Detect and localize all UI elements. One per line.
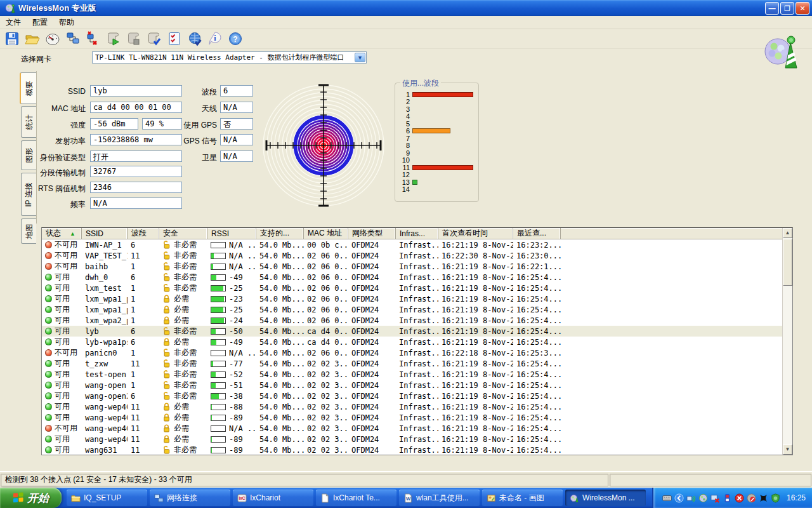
column-header-mac[interactable]: MAC 地址 <box>304 228 348 239</box>
web-globe-toolbar-button[interactable] <box>185 30 204 48</box>
log-verify-toolbar-button[interactable] <box>145 30 163 48</box>
cell-last-seen: 16:25:4... <box>513 326 561 337</box>
green-shield-tray-icon[interactable] <box>771 493 781 503</box>
chevron-left-tray-icon[interactable] <box>674 493 684 503</box>
scrollbar-thumb[interactable] <box>783 239 792 286</box>
freq-field[interactable]: N/A <box>90 197 182 209</box>
table-row[interactable]: 可用test-open1非必需-5254.0 Mb...02 02 3...OF… <box>42 369 782 380</box>
table-row[interactable]: 可用wang-open1非必需-5154.0 Mb...02 02 3...OF… <box>42 380 782 391</box>
log-start-toolbar-button[interactable] <box>104 30 122 48</box>
menu-help[interactable]: 帮助 <box>53 16 80 29</box>
taskbar-task--[interactable]: 网络连接 <box>150 490 230 506</box>
start-button[interactable]: 开始 <box>0 488 62 508</box>
cell-first-seen: 16:21:19 8-Nov-2010 <box>438 380 513 391</box>
cell-first-seen: 16:21:19 8-Nov-2010 <box>438 283 513 293</box>
table-row[interactable]: 不可用IWN-AP_16非必需N/A ...54.0 Mb...00 0b c.… <box>42 239 782 250</box>
gauge-toolbar-button[interactable] <box>43 30 62 48</box>
table-row[interactable]: 可用wang-wep40-211必需-8954.0 Mb...02 02 3..… <box>42 412 782 423</box>
column-header-channel[interactable]: 波段 <box>128 228 159 239</box>
strength-dbm-field[interactable]: -56 dBm <box>90 118 138 130</box>
scroll-up-button[interactable]: ▲ <box>783 228 792 238</box>
rssi-bar <box>211 425 226 432</box>
cell-status: 不可用 <box>42 239 82 250</box>
menu-config[interactable]: 配置 <box>27 16 53 29</box>
table-row[interactable]: 可用t_zxw11非必需-7754.0 Mb...02 02 3...OFDM2… <box>42 358 782 369</box>
open-folder-toolbar-button[interactable] <box>23 30 41 48</box>
column-header-rssi[interactable]: RSSI <box>207 228 256 239</box>
save-toolbar-button[interactable] <box>3 30 21 48</box>
blocked-ball-tray-icon[interactable] <box>747 493 757 503</box>
column-header-first-seen[interactable]: 首次查看时间 <box>438 228 513 239</box>
rts-field[interactable]: 2346 <box>90 182 182 193</box>
table-row[interactable]: 可用lxm_wpa1_p...1必需-2354.0 Mb...02 06 0..… <box>42 293 782 304</box>
monitor-signal-tray-icon[interactable] <box>686 493 697 503</box>
minimize-button[interactable]: — <box>765 2 779 15</box>
column-header-infrastructure[interactable]: Infras... <box>396 228 438 239</box>
cell-channel: 11 <box>128 412 159 423</box>
table-row[interactable]: 不可用panicn01非必需N/A ...54.0 Mb...02 06 0..… <box>42 347 782 358</box>
black-x-tray-icon[interactable] <box>759 493 769 503</box>
network-disconnect-toolbar-button[interactable] <box>84 30 102 48</box>
taskbar-task-wlan-[interactable]: Wwlan工具使用... <box>399 490 480 506</box>
table-row[interactable]: 可用wang-wep40-111必需-8854.0 Mb...02 02 3..… <box>42 401 782 412</box>
taskbar-task-ixchariot[interactable]: IxCIxChariot <box>233 490 313 506</box>
table-row[interactable]: 可用wang-wep40-411必需-8954.0 Mb...02 02 3..… <box>42 434 782 444</box>
cell-rssi: -77 <box>207 358 256 369</box>
status-panel-empty <box>610 474 811 486</box>
red-x-ball-tray-icon[interactable] <box>735 493 745 503</box>
satellite-field[interactable]: N/A <box>220 150 253 162</box>
menu-file[interactable]: 文件 <box>0 16 27 29</box>
cell-rssi: -25 <box>207 283 256 293</box>
taskbar-task--[interactable]: 未命名 - 画图 <box>482 490 563 506</box>
restore-button[interactable]: ❐ <box>780 2 794 15</box>
vertical-scrollbar[interactable]: ▲ ▼ <box>782 228 792 455</box>
cell-status: 可用 <box>42 444 82 455</box>
gps-signal-field[interactable]: N/A <box>220 134 253 145</box>
table-row[interactable]: 可用dwh_06非必需-4954.0 Mb...02 06 0...OFDM24… <box>42 272 782 283</box>
table-row[interactable]: 可用wang-open26非必需-3854.0 Mb...02 02 3...O… <box>42 391 782 401</box>
cell-channel: 1 <box>128 315 159 326</box>
help-toolbar-button[interactable]: ? <box>226 30 244 48</box>
taskbar-task-iq_setup[interactable]: IQ_SETUP <box>67 490 147 506</box>
frag-field[interactable]: 32767 <box>90 166 182 177</box>
table-row[interactable]: 可用lxm_test1非必需-2554.0 Mb...02 06 0...OFD… <box>42 283 782 293</box>
column-header-status[interactable]: 状态▲ <box>42 228 82 239</box>
scroll-down-button[interactable]: ▼ <box>783 444 792 455</box>
table-row[interactable]: 可用lxm_wpa2_p...1必需-2454.0 Mb...02 06 0..… <box>42 315 782 326</box>
taskbar-task-wirelessmon-[interactable]: WirelessMon ... <box>565 490 646 506</box>
column-header-security[interactable]: 安全 <box>159 228 207 239</box>
monitor-error-tray-icon[interactable] <box>710 493 721 503</box>
column-header-last-seen[interactable]: 最近查... <box>513 228 561 239</box>
table-row[interactable]: 不可用VAP_TEST_11G11非必需N/A ...54.0 Mb...02 … <box>42 250 782 261</box>
adapter-dropdown[interactable]: TP-LINK TL-WN821N 11N Wireless Adapter -… <box>92 51 367 64</box>
table-row[interactable]: 不可用baihb1非必需N/A ...54.0 Mb...02 06 0...O… <box>42 261 782 272</box>
info-toolbar-button[interactable]: i <box>206 30 224 48</box>
table-row[interactable]: 可用wang63111非必需-8954.0 Mb...02 02 3...OFD… <box>42 444 782 455</box>
cell-infrastructure: Infrast... <box>396 261 438 272</box>
use-gps-field[interactable]: 否 <box>220 118 253 130</box>
channel-row: 12 <box>399 171 476 179</box>
log-stop-toolbar-button[interactable] <box>124 30 143 48</box>
network-connect-toolbar-button[interactable] <box>63 30 82 48</box>
table-row[interactable]: 不可用wang-wep40-311必需N/A ...54.0 Mb...02 0… <box>42 423 782 434</box>
battery-tray-icon[interactable] <box>723 493 733 503</box>
column-header-net-type[interactable]: 网络类型 <box>348 228 396 239</box>
tab-map[interactable]: 地图 <box>21 218 36 244</box>
wirelessmon-globe-tray-icon[interactable] <box>698 493 709 503</box>
cell-infrastructure: Infrast... <box>396 423 438 434</box>
close-button[interactable]: ✕ <box>796 2 809 15</box>
antenna-field[interactable]: N/A <box>220 102 253 113</box>
cell-status: 可用 <box>42 434 82 444</box>
cell-first-seen: 16:21:19 8-Nov-2010 <box>438 369 513 380</box>
channel-field[interactable]: 6 <box>220 85 253 97</box>
column-header-ssid[interactable]: SSID <box>82 228 128 239</box>
taskbar-task-ixchariot-te-[interactable]: IxChariot Te... <box>316 490 396 506</box>
column-header-rates[interactable]: 支持的... <box>256 228 304 239</box>
satellite-label: 卫星 <box>152 152 217 163</box>
checklist-toolbar-button[interactable] <box>165 30 183 48</box>
table-row-selected[interactable]: 可用lyb6非必需-5054.0 Mb...ca d4 0...OFDM24In… <box>42 326 782 337</box>
keyboard-tray-icon[interactable] <box>662 493 672 503</box>
chevron-down-icon[interactable]: ▼ <box>355 53 365 62</box>
table-row[interactable]: 可用lxm_wpa1_p...1必需-2554.0 Mb...02 06 0..… <box>42 304 782 315</box>
table-row[interactable]: 可用lyb-wpa1psk6必需-4954.0 Mb...ca d4 0...O… <box>42 337 782 347</box>
